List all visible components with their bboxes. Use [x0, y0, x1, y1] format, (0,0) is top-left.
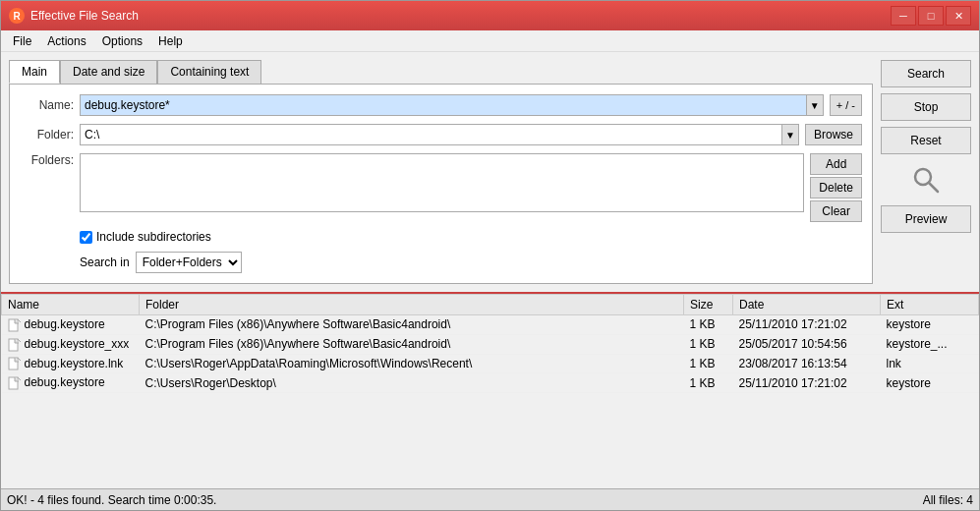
name-combo: ▼: [80, 94, 824, 116]
folder-label: Folder:: [20, 128, 74, 142]
folders-row: Folders: Add Delete Clear: [20, 153, 862, 222]
table-row[interactable]: debug.keystoreC:\Program Files (x86)\Any…: [2, 315, 979, 335]
window-controls: ─ □ ✕: [891, 6, 971, 26]
cell-folder: C:\Users\Roger\AppData\Roaming\Microsoft…: [140, 354, 684, 373]
cell-date: 25/05/2017 10:54:56: [733, 334, 881, 354]
title-bar-left: R Effective File Search: [9, 8, 139, 24]
search-in-label: Search in: [80, 256, 130, 269]
delete-button[interactable]: Delete: [810, 177, 862, 199]
table-row[interactable]: debug.keystoreC:\Users\Roger\Desktop\1 K…: [2, 373, 979, 393]
status-left: OK! - 4 files found. Search time 0:00:35…: [7, 493, 216, 507]
cell-size: 1 KB: [684, 334, 733, 354]
search-in-row: Search in Folder+Folders Folder only Fol…: [20, 252, 862, 273]
title-bar: R Effective File Search ─ □ ✕: [1, 1, 979, 30]
reset-button[interactable]: Reset: [881, 127, 971, 154]
menu-actions[interactable]: Actions: [39, 32, 93, 50]
tab-main[interactable]: Main: [9, 60, 60, 84]
cell-ext: keystore: [881, 373, 979, 393]
include-subdirs-label: Include subdirectories: [96, 230, 211, 244]
cell-name: debug.keystore: [2, 373, 140, 393]
menu-options[interactable]: Options: [94, 32, 150, 50]
tab-containing-text[interactable]: Containing text: [157, 60, 261, 84]
file-icon: [8, 376, 22, 390]
folders-buttons: Add Delete Clear: [810, 153, 862, 222]
folders-textarea[interactable]: [80, 153, 804, 212]
plusminus-button[interactable]: + / -: [830, 94, 862, 116]
cell-size: 1 KB: [684, 373, 733, 393]
file-icon: [8, 338, 22, 352]
search-icon-area: [881, 160, 971, 199]
file-icon: [8, 357, 22, 370]
cell-date: 25/11/2010 17:21:02: [733, 315, 881, 335]
close-button[interactable]: ✕: [946, 6, 971, 26]
main-window: R Effective File Search ─ □ ✕ File Actio…: [0, 0, 980, 511]
col-folder: Folder: [140, 295, 684, 315]
folders-label: Folders:: [20, 153, 74, 167]
add-button[interactable]: Add: [810, 153, 862, 175]
col-size: Size: [684, 295, 733, 315]
name-label: Name:: [20, 98, 74, 112]
maximize-button[interactable]: □: [918, 6, 944, 26]
magnifier-icon: [910, 164, 942, 196]
cell-name: debug.keystore.lnk: [2, 354, 140, 373]
minimize-button[interactable]: ─: [891, 6, 916, 26]
cell-folder: C:\Program Files (x86)\Anywhere Software…: [140, 315, 684, 335]
tab-date-size[interactable]: Date and size: [60, 60, 157, 84]
subdirs-row: Include subdirectories: [20, 230, 862, 244]
search-button[interactable]: Search: [881, 60, 971, 87]
include-subdirs-checkbox[interactable]: [80, 231, 92, 244]
right-panel: Search Stop Reset Preview: [881, 52, 979, 292]
cell-folder: C:\Program Files (x86)\Anywhere Software…: [140, 334, 684, 354]
menu-file[interactable]: File: [5, 32, 39, 50]
stop-button[interactable]: Stop: [881, 93, 971, 121]
cell-ext: keystore: [881, 315, 979, 335]
table-row[interactable]: debug.keystore.lnkC:\Users\Roger\AppData…: [2, 354, 979, 373]
cell-folder: C:\Users\Roger\Desktop\: [140, 373, 684, 393]
cell-ext: lnk: [881, 354, 979, 373]
search-in-select[interactable]: Folder+Folders Folder only Folders only: [136, 252, 242, 273]
cell-date: 23/08/2017 16:13:54: [733, 354, 881, 373]
cell-name: debug.keystore_xxx: [2, 334, 140, 354]
folder-dropdown-btn[interactable]: ▼: [781, 124, 799, 145]
folder-combo: ▼: [80, 124, 799, 145]
cell-date: 25/11/2010 17:21:02: [733, 373, 881, 393]
menu-bar: File Actions Options Help: [1, 30, 979, 52]
name-dropdown-btn[interactable]: ▼: [806, 94, 824, 116]
col-name: Name: [2, 295, 140, 315]
tab-content-main: Name: ▼ + / - Folder: ▼ Browse: [9, 84, 873, 284]
folder-row: Folder: ▼ Browse: [20, 124, 862, 145]
cell-size: 1 KB: [684, 315, 733, 335]
results-table: Name Folder Size Date Ext debug.keystore…: [1, 294, 979, 393]
menu-help[interactable]: Help: [150, 32, 191, 50]
top-section: Main Date and size Containing text Name:…: [1, 52, 979, 292]
name-input[interactable]: [80, 94, 807, 116]
browse-button[interactable]: Browse: [805, 124, 862, 145]
cell-name: debug.keystore: [2, 315, 140, 335]
col-ext: Ext: [881, 295, 979, 315]
window-title: Effective File Search: [30, 9, 139, 23]
preview-button[interactable]: Preview: [881, 205, 971, 233]
app-icon: R: [9, 8, 25, 24]
left-panel: Main Date and size Containing text Name:…: [1, 52, 881, 292]
clear-button[interactable]: Clear: [810, 200, 862, 222]
results-section: Name Folder Size Date Ext debug.keystore…: [1, 292, 979, 488]
col-date: Date: [733, 295, 881, 315]
cell-ext: keystore_...: [881, 334, 979, 354]
svg-line-1: [929, 183, 938, 192]
table-row[interactable]: debug.keystore_xxxC:\Program Files (x86)…: [2, 334, 979, 354]
status-bar: OK! - 4 files found. Search time 0:00:35…: [1, 488, 979, 510]
cell-size: 1 KB: [684, 354, 733, 373]
status-right: All files: 4: [923, 493, 973, 507]
name-row: Name: ▼ + / -: [20, 94, 862, 116]
tab-bar: Main Date and size Containing text: [9, 60, 873, 84]
folder-input[interactable]: [80, 124, 782, 145]
file-icon: [8, 318, 22, 332]
